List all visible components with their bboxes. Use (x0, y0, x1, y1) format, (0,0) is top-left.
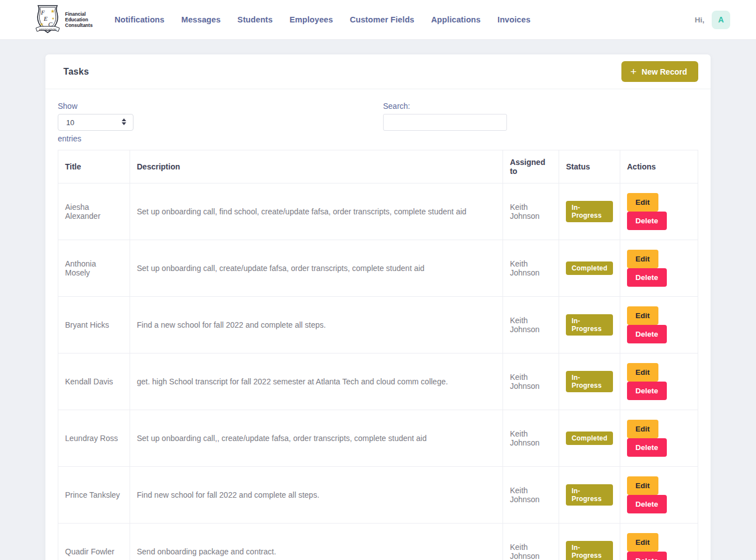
top-navbar: F E C ★ ★ ★ ASSOCIATION Financial Educat… (0, 0, 756, 40)
status-badge: Completed (566, 432, 613, 445)
show-label: Show (58, 102, 378, 111)
edit-button[interactable]: Edit (627, 193, 658, 212)
task-assigned-to: Keith Johnson (503, 524, 559, 560)
nav-item-messages[interactable]: Messages (173, 10, 229, 30)
plus-icon: + (630, 66, 637, 77)
column-header-status: Status (559, 150, 620, 183)
task-description: Send onboarding package and contract. (130, 524, 503, 560)
task-title: Anthonia Mosely (58, 240, 130, 297)
logo-banner-text: ASSOCIATION (39, 29, 56, 31)
table-header-row: TitleDescriptionAssigned toStatusActions (58, 150, 698, 183)
table-row: Anthonia Mosely Set up onboarding call, … (58, 240, 698, 297)
table-row: Leundray Ross Set up onboarding call,, c… (58, 410, 698, 467)
task-description: Set up onboarding call, find school, cre… (130, 183, 503, 240)
column-header-actions: Actions (620, 150, 698, 183)
edit-button[interactable]: Edit (627, 306, 658, 325)
edit-button[interactable]: Edit (627, 363, 658, 382)
svg-text:E: E (43, 15, 48, 22)
status-badge: In-Progress (566, 541, 613, 560)
tasks-table: TitleDescriptionAssigned toStatusActions… (58, 150, 698, 560)
column-header-description: Description (130, 150, 503, 183)
task-description: get. high School transcript for fall 202… (130, 354, 503, 410)
status-badge: In-Progress (566, 314, 613, 336)
table-row: Aiesha Alexander Set up onboarding call,… (58, 183, 698, 240)
edit-button[interactable]: Edit (627, 533, 658, 552)
task-title: Kendall Davis (58, 354, 130, 410)
task-assigned-to: Keith Johnson (503, 240, 559, 297)
card-header: Tasks + New Record (45, 54, 711, 89)
table-row: Quadir Fowler Send onboarding package an… (58, 524, 698, 560)
task-description: Set up onboarding call, create/update fa… (130, 240, 503, 297)
task-title: Quadir Fowler (58, 524, 130, 560)
page-title: Tasks (63, 67, 89, 77)
user-avatar[interactable]: A (712, 11, 730, 29)
delete-button[interactable]: Delete (627, 325, 667, 343)
task-description: Find new school for fall 2022 and comple… (130, 467, 503, 524)
svg-text:★: ★ (52, 17, 54, 20)
task-assigned-to: Keith Johnson (503, 467, 559, 524)
tasks-card: Tasks + New Record Show 10 entries Searc… (45, 54, 711, 560)
select-caret-icon (122, 118, 126, 125)
delete-button[interactable]: Delete (627, 268, 667, 287)
nav-item-invoices[interactable]: Invoices (489, 10, 539, 30)
task-assigned-to: Keith Johnson (503, 183, 559, 240)
greeting-text: Hi, (695, 16, 704, 24)
task-assigned-to: Keith Johnson (503, 354, 559, 410)
task-title: Leundray Ross (58, 410, 130, 467)
delete-button[interactable]: Delete (627, 382, 667, 400)
table-controls: Show 10 entries Search: (58, 102, 698, 143)
table-row: Prince Tanksley Find new school for fall… (58, 467, 698, 524)
page-size-select[interactable]: 10 (58, 114, 133, 131)
search-control: Search: (378, 102, 698, 143)
nav-item-applications[interactable]: Applications (423, 10, 489, 30)
status-badge: In-Progress (566, 201, 613, 222)
brand-text: Financial Education Consultants (65, 11, 93, 29)
task-title: Aiesha Alexander (58, 183, 130, 240)
table-row: Bryant Hicks Find a new school for fall … (58, 297, 698, 354)
column-header-title: Title (58, 150, 130, 183)
search-label: Search: (383, 102, 698, 111)
svg-text:★: ★ (50, 8, 55, 14)
length-control: Show 10 entries (58, 102, 378, 143)
delete-button[interactable]: Delete (627, 212, 667, 230)
entries-label: entries (58, 134, 378, 143)
nav-item-customer-fields[interactable]: Customer Fields (342, 10, 423, 30)
task-assigned-to: Keith Johnson (503, 410, 559, 467)
fec-crest-icon: F E C ★ ★ ★ ASSOCIATION (34, 3, 62, 36)
edit-button[interactable]: Edit (627, 476, 658, 495)
new-record-button[interactable]: + New Record (621, 61, 698, 82)
task-assigned-to: Keith Johnson (503, 297, 559, 354)
task-description: Find a new school for fall 2022 and comp… (130, 297, 503, 354)
brand-logo[interactable]: F E C ★ ★ ★ ASSOCIATION Financial Educat… (34, 3, 93, 36)
main-nav: NotificationsMessagesStudentsEmployeesCu… (106, 10, 539, 30)
status-badge: In-Progress (566, 484, 613, 506)
nav-item-employees[interactable]: Employees (281, 10, 341, 30)
table-row: Kendall Davis get. high School transcrip… (58, 354, 698, 410)
delete-button[interactable]: Delete (627, 495, 667, 513)
status-badge: Completed (566, 261, 613, 275)
nav-item-students[interactable]: Students (229, 10, 281, 30)
delete-button[interactable]: Delete (627, 438, 667, 457)
task-title: Prince Tanksley (58, 467, 130, 524)
task-description: Set up onboarding call,, create/update f… (130, 410, 503, 467)
page-content: Tasks + New Record Show 10 entries Searc… (0, 40, 756, 560)
delete-button[interactable]: Delete (627, 552, 667, 560)
column-header-assigned-to: Assigned to (503, 150, 559, 183)
status-badge: In-Progress (566, 371, 613, 392)
nav-item-notifications[interactable]: Notifications (106, 10, 173, 30)
task-title: Bryant Hicks (58, 297, 130, 354)
edit-button[interactable]: Edit (627, 250, 658, 268)
search-input[interactable] (383, 114, 507, 131)
edit-button[interactable]: Edit (627, 420, 658, 438)
